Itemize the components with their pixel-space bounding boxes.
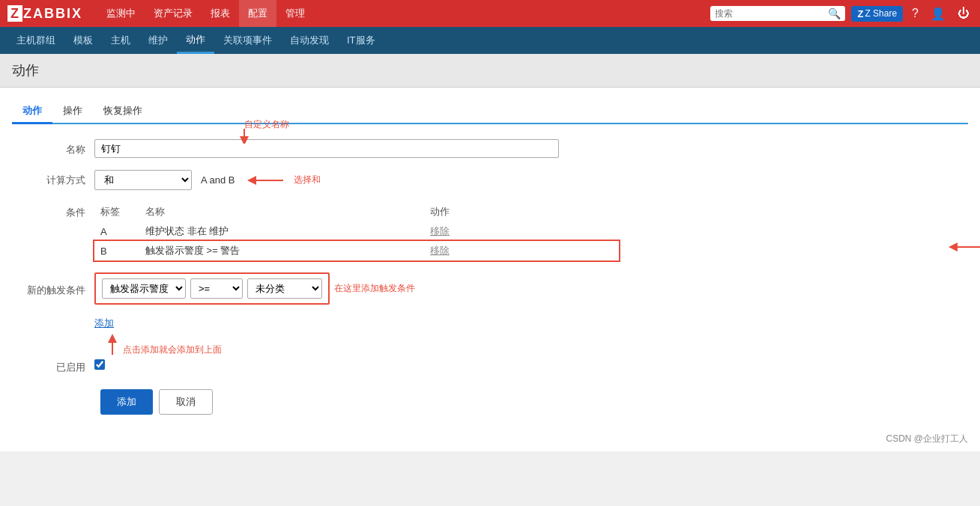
top-nav-items: 监测中 资产记录 报表 配置 管理: [97, 0, 710, 27]
tag-a: A: [94, 222, 139, 241]
power-icon[interactable]: ⏻: [955, 4, 973, 23]
name-row: 名称 自定义名称: [19, 139, 961, 158]
conditions-row: 条件 标签 名称 动作 A: [19, 202, 961, 260]
enabled-label: 已启用: [19, 357, 94, 374]
cancel-button[interactable]: 取消: [159, 389, 213, 415]
second-nav: 主机群组 模板 主机 维护 动作 关联项事件 自动发现 IT服务: [0, 27, 980, 54]
add-condition-button[interactable]: 添加: [94, 317, 114, 330]
logo: ZZABBIX: [7, 6, 82, 22]
user-icon[interactable]: 👤: [928, 4, 949, 24]
left-arrow2-icon: [949, 240, 980, 254]
nav-assets[interactable]: 资产记录: [145, 0, 202, 27]
search-input[interactable]: [715, 8, 828, 19]
trigger-hint: 在这里添加触发条件: [334, 282, 415, 295]
top-nav: ZZABBIX 监测中 资产记录 报表 配置 管理 🔍 Z Z Share ? …: [0, 0, 980, 27]
calc-annotation: 选择和: [294, 174, 321, 186]
page-title: 动作: [12, 61, 968, 79]
content-area: 动作 操作 恢复操作 名称 自定义名称: [0, 88, 980, 427]
top-nav-right: 🔍 Z Z Share ? 👤 ⏻: [710, 4, 973, 24]
nav-monitor[interactable]: 监测中: [97, 0, 145, 27]
conditions-control: 标签 名称 动作 A 维护状态 非在 维护 移除: [94, 202, 961, 260]
bottom-buttons: 添加 取消: [19, 389, 961, 415]
left-arrow-icon: [247, 173, 285, 188]
page-title-bar: 动作: [0, 54, 980, 88]
name-input[interactable]: [94, 139, 559, 158]
new-trigger-label: 新的触发条件: [19, 280, 94, 297]
tab-action[interactable]: 动作: [12, 100, 52, 124]
nav-config[interactable]: 配置: [239, 0, 276, 27]
tag-b: B: [94, 241, 139, 260]
add-link-control: 添加 点击添加就会添加到上面: [94, 317, 961, 330]
footer: CSDN @企业打工人: [0, 427, 980, 451]
col-tag: 标签: [94, 202, 139, 222]
trigger-border-box: 触发器示警度 触发器名称 主机组 主机 维护状态 >= <= = <>: [94, 272, 330, 305]
trigger-inputs: 触发器示警度 触发器名称 主机组 主机 维护状态 >= <= = <>: [94, 272, 961, 305]
name-b: 触发器示警度 >= 警告: [139, 241, 424, 260]
nav-hosts[interactable]: 主机: [102, 27, 139, 54]
nav-maintenance[interactable]: 维护: [139, 27, 177, 54]
tab-recovery[interactable]: 恢复操作: [93, 100, 153, 124]
new-trigger-control: 触发器示警度 触发器名称 主机组 主机 维护状态 >= <= = <>: [94, 272, 961, 305]
calc-control: 和 A and B 选择和: [94, 170, 961, 190]
conditions-thead: 标签 名称 动作: [94, 202, 619, 222]
nav-it-services[interactable]: IT服务: [338, 27, 384, 54]
remove-a[interactable]: 移除: [430, 225, 450, 237]
search-box: 🔍: [710, 6, 845, 21]
calc-select[interactable]: 和: [94, 170, 192, 190]
conditions-label: 条件: [19, 202, 94, 219]
down-arrow-icon: [229, 129, 259, 144]
footer-text: CSDN @企业打工人: [886, 433, 968, 444]
name-arrow: [229, 129, 259, 146]
conditions-block: 标签 名称 动作 A 维护状态 非在 维护 移除: [94, 202, 961, 260]
calc-text: A and B: [201, 174, 235, 186]
search-icon[interactable]: 🔍: [828, 7, 841, 19]
tab-operations[interactable]: 操作: [52, 100, 93, 124]
name-control: 自定义名称: [94, 139, 961, 158]
conditions-table: 标签 名称 动作 A 维护状态 非在 维护 移除: [94, 202, 619, 260]
trigger-type-select[interactable]: 触发器示警度 触发器名称 主机组 主机 维护状态: [102, 278, 186, 299]
nav-templates[interactable]: 模板: [64, 27, 102, 54]
name-label: 名称: [19, 139, 94, 156]
zshare-button[interactable]: Z Z Share: [851, 6, 903, 22]
calc-label: 计算方式: [19, 170, 94, 187]
add-hint: 点击添加就会添加到上面: [123, 344, 222, 356]
help-icon[interactable]: ?: [909, 4, 922, 23]
col-action: 动作: [424, 202, 619, 222]
calc-row: 计算方式 和 A and B 选择和: [19, 170, 961, 190]
enabled-control: [94, 359, 961, 372]
trigger-op-select[interactable]: >= <= = <>: [190, 278, 243, 299]
add-link-row: 添加 点击添加就会添加到上面: [19, 317, 961, 330]
add-annotation-wrapper: 点击添加就会添加到上面: [97, 333, 222, 356]
condition-row-b: B 触发器示警度 >= 警告 移除: [94, 241, 619, 260]
calc-inner: 和 A and B 选择和: [94, 170, 961, 190]
trigger-val-select[interactable]: 未分类 信息 警告 一般严重 严重 灾难: [247, 278, 322, 299]
remove-b[interactable]: 移除: [430, 245, 450, 256]
nav-actions[interactable]: 动作: [177, 27, 214, 54]
col-name: 名称: [139, 202, 424, 222]
new-trigger-row: 新的触发条件 触发器示警度 触发器名称 主机组 主机 维护状态 >= <: [19, 272, 961, 305]
enabled-checkbox[interactable]: [94, 359, 105, 370]
submit-button[interactable]: 添加: [100, 389, 153, 415]
nav-event-correlation[interactable]: 关联项事件: [214, 27, 281, 54]
enabled-row: 已启用: [19, 357, 961, 374]
add-link-spacer: [19, 322, 94, 326]
nav-autodiscovery[interactable]: 自动发现: [281, 27, 338, 54]
condition-row-a: A 维护状态 非在 维护 移除: [94, 222, 619, 241]
form-section: 名称 自定义名称 计算方式: [12, 139, 968, 415]
nav-manage[interactable]: 管理: [276, 0, 314, 27]
nav-reports[interactable]: 报表: [202, 0, 239, 27]
sub-tabs: 动作 操作 恢复操作: [12, 100, 968, 124]
conditions-tbody: A 维护状态 非在 维护 移除 B 触发器示警度 >= 警告 移除: [94, 222, 619, 260]
name-a: 维护状态 非在 维护: [139, 222, 424, 241]
nav-hostgroups[interactable]: 主机群组: [7, 27, 64, 54]
new-trigger-annotation: 新添加一个触发条件: [949, 240, 980, 258]
